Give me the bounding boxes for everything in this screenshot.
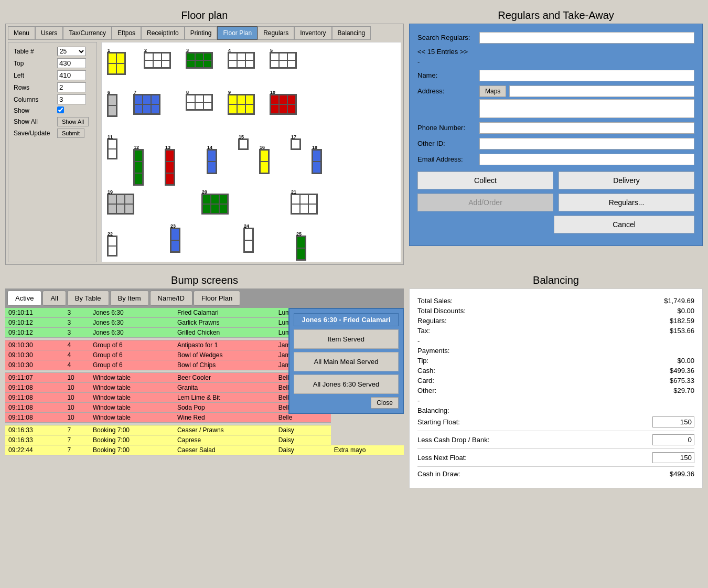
table-9[interactable]: 9 <box>228 90 255 115</box>
less-next-input[interactable] <box>652 452 694 463</box>
bump-tab-by-table[interactable]: By Table <box>67 291 109 306</box>
table-19[interactable]: 19 <box>107 189 134 215</box>
table-17[interactable]: 17 <box>291 134 301 150</box>
table-25[interactable]: 25 <box>296 231 306 261</box>
bump-tab-floorplan[interactable]: Floor Plan <box>194 291 240 306</box>
table-23[interactable]: 23 <box>170 223 180 253</box>
top-input[interactable] <box>57 58 86 68</box>
table-row[interactable]: 09:11:08 10 Window table Wine Red Belle <box>5 413 404 423</box>
submit-btn[interactable]: Submit <box>57 129 84 138</box>
email-input[interactable] <box>479 154 694 165</box>
starting-float-input[interactable] <box>652 416 694 427</box>
tip-label: Tip: <box>417 357 428 365</box>
cell-table: 10 <box>64 383 90 393</box>
nav-eftpos[interactable]: Eftpos <box>112 26 141 40</box>
table-11[interactable]: 11 <box>107 134 117 159</box>
table-10[interactable]: 10 <box>270 90 297 115</box>
all-main-served-btn[interactable]: All Main Meal Served <box>294 352 399 371</box>
cell-name: Window table <box>90 403 174 413</box>
table-18[interactable]: 18 <box>312 145 322 174</box>
table-21[interactable]: 21 <box>291 189 318 215</box>
cell-item: Wine Red <box>174 413 275 423</box>
collect-button[interactable]: Collect <box>417 172 553 189</box>
cell-table: 10 <box>64 403 90 413</box>
popup-close-btn[interactable]: Close <box>371 397 399 409</box>
rows-input[interactable] <box>57 82 86 92</box>
cell-item: Bowl of Wedges <box>174 350 275 360</box>
nav-receipt[interactable]: ReceiptInfo <box>141 26 185 40</box>
regulars-button[interactable]: Regulars... <box>559 194 694 211</box>
bump-tab-all[interactable]: All <box>42 291 66 306</box>
btn-row-1: Collect Delivery <box>417 172 694 189</box>
address-textarea[interactable] <box>479 99 694 118</box>
name-row: Name: <box>417 70 694 81</box>
item-served-btn[interactable]: Item Served <box>294 329 399 349</box>
address-col: Maps <box>479 85 694 118</box>
nav-floorplan[interactable]: Floor Plan <box>217 26 258 40</box>
tax-label: Tax: <box>417 327 430 335</box>
nav-menu[interactable]: Menu <box>8 26 35 40</box>
table-8[interactable]: 8 <box>186 90 213 111</box>
table-22[interactable]: 22 <box>107 231 117 256</box>
cell-table: 10 <box>64 373 90 383</box>
show-all-btn[interactable]: Show All <box>57 117 89 126</box>
bump-tab-nameid[interactable]: Name/ID <box>150 291 192 306</box>
bump-tab-by-item[interactable]: By Item <box>110 291 149 306</box>
table-4[interactable]: 4 <box>228 48 255 69</box>
cell-time: 09:10:30 <box>5 360 64 370</box>
cancel-button[interactable]: Cancel <box>554 216 694 233</box>
table-num-label: Table # <box>12 46 55 57</box>
table-3[interactable]: 3 <box>186 48 213 69</box>
nav-regulars[interactable]: Regulars <box>258 26 294 40</box>
phone-input[interactable] <box>479 122 694 134</box>
total-discounts-value: $0.00 <box>677 307 694 315</box>
table-20[interactable]: 20 <box>201 189 229 215</box>
less-cash-input[interactable] <box>652 434 694 445</box>
nav-users[interactable]: Users <box>35 26 63 40</box>
table-2[interactable]: 2 <box>144 48 171 69</box>
left-label: Left <box>12 69 55 81</box>
name-input[interactable] <box>479 70 694 81</box>
table-row[interactable]: 09:16:33 7 Booking 7:00 Ceaser / Prawns … <box>5 425 404 435</box>
search-input[interactable] <box>479 32 694 44</box>
nav-tax[interactable]: Tax/Currency <box>63 26 112 40</box>
cell-table: 7 <box>64 425 90 435</box>
table-6[interactable]: 6 <box>107 90 117 117</box>
other-id-input[interactable] <box>479 138 694 149</box>
maps-button[interactable]: Maps <box>479 85 506 97</box>
name-label: Name: <box>417 70 475 79</box>
table-16[interactable]: 16 <box>259 145 270 174</box>
table-13[interactable]: 13 <box>165 145 175 186</box>
entries-text: << 15 Entries >> <box>417 48 694 56</box>
bal-dash1: - <box>417 337 694 345</box>
nav-balancing[interactable]: Balancing <box>332 26 371 40</box>
cell-name: Window table <box>90 373 174 383</box>
email-row: Email Address: <box>417 154 694 165</box>
other-id-row: Other ID: <box>417 138 694 149</box>
btn-row-3: Cancel <box>417 216 694 233</box>
delivery-button[interactable]: Delivery <box>559 172 694 189</box>
table-5[interactable]: 5 <box>270 48 297 69</box>
popup-title: Jones 6:30 - Fried Calamari <box>294 313 399 326</box>
table-1[interactable]: 1 <box>107 48 126 75</box>
nav-inventory[interactable]: Inventory <box>294 26 331 40</box>
bump-section: Bump screens Active All By Table By Item… <box>5 270 404 488</box>
table-15[interactable]: 15 <box>238 134 249 150</box>
nav-printing[interactable]: Printing <box>185 26 218 40</box>
table-24[interactable]: 24 <box>243 223 254 253</box>
table-12[interactable]: 12 <box>133 145 144 186</box>
all-jones-served-btn[interactable]: All Jones 6:30 Served <box>294 375 399 394</box>
bump-tab-active[interactable]: Active <box>7 291 41 306</box>
table-7[interactable]: 7 <box>133 90 160 115</box>
address-input-1[interactable] <box>509 85 694 97</box>
left-input[interactable] <box>57 70 86 80</box>
regulars-label: Regulars: <box>417 317 447 325</box>
starting-float-row: Starting Float: <box>417 416 694 427</box>
table-num-select[interactable]: 25 <box>57 47 86 56</box>
table-row[interactable]: 09:16:33 7 Booking 7:00 Caprese Daisy <box>5 435 404 445</box>
table-row[interactable]: 09:22:44 7 Booking 7:00 Caeser Salad Dai… <box>5 445 404 455</box>
table-14[interactable]: 14 <box>207 145 217 174</box>
columns-input[interactable] <box>57 94 86 104</box>
add-order-button[interactable]: Add/Order <box>417 194 553 211</box>
show-checkbox[interactable] <box>57 106 64 113</box>
